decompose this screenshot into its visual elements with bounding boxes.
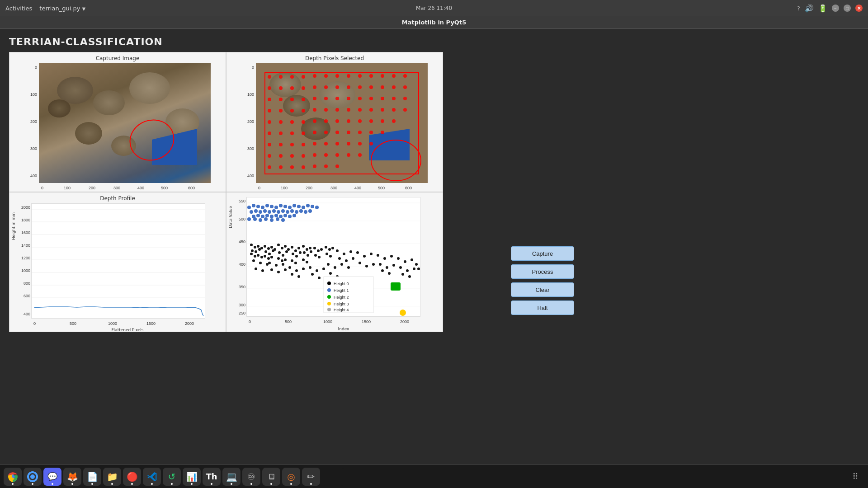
taskbar-discord-icon[interactable]: 💬: [43, 468, 61, 486]
taskbar-nautilus-icon[interactable]: 📁: [103, 468, 121, 486]
apps-icon[interactable]: ⠿: [846, 468, 864, 486]
svg-text:400: 400: [24, 312, 30, 316]
svg-point-333: [270, 218, 274, 222]
svg-point-265: [275, 264, 278, 267]
svg-point-69: [268, 120, 271, 124]
svg-point-228: [328, 248, 331, 251]
svg-point-313: [286, 210, 289, 214]
svg-point-240: [356, 251, 359, 254]
svg-point-248: [390, 255, 393, 258]
svg-point-296: [279, 204, 283, 207]
svg-point-187: [267, 247, 270, 250]
svg-point-281: [334, 266, 336, 269]
halt-button[interactable]: Halt: [511, 300, 574, 315]
svg-text:600: 600: [405, 186, 412, 190]
svg-text:100: 100: [281, 186, 288, 190]
taskbar-arduino-icon[interactable]: ♾️: [242, 468, 260, 486]
svg-point-86: [324, 131, 328, 134]
taskbar-firefox-icon[interactable]: 🦊: [63, 468, 81, 486]
taskbar-teams-icon[interactable]: 📊: [183, 468, 201, 486]
scatter-y-label: Data Value: [228, 206, 233, 228]
svg-point-293: [265, 204, 269, 207]
svg-text:Height 1: Height 1: [334, 288, 349, 293]
svg-text:400: 400: [30, 174, 37, 178]
svg-text:500: 500: [285, 319, 292, 324]
svg-point-59: [302, 109, 305, 113]
svg-point-73: [313, 119, 316, 123]
svg-point-246: [377, 254, 379, 257]
svg-point-285: [259, 262, 262, 264]
svg-point-194: [267, 257, 270, 260]
svg-point-82: [279, 131, 283, 135]
help-icon[interactable]: ?: [797, 5, 800, 12]
svg-point-117: [335, 164, 339, 168]
svg-point-308: [263, 209, 267, 213]
taskbar-app1-icon[interactable]: 🔴: [123, 468, 141, 486]
svg-point-239: [347, 266, 350, 269]
clear-button[interactable]: Clear: [511, 282, 574, 297]
svg-point-58: [290, 109, 294, 113]
svg-rect-336: [391, 282, 401, 291]
scatter-x-axis: 0 500 1000 1500 2000: [246, 317, 420, 327]
svg-point-41: [392, 85, 396, 89]
svg-point-190: [264, 250, 267, 253]
svg-point-298: [288, 206, 292, 209]
taskbar-typora-icon[interactable]: Th: [203, 468, 221, 486]
taskbar-jupyter-icon[interactable]: ◎: [282, 468, 300, 486]
taskbar-files-icon[interactable]: 📄: [83, 468, 101, 486]
titlebar: Activities terrian_gui.py ▼ Mar 26 11:40…: [0, 0, 868, 16]
taskbar-chromium-icon[interactable]: [24, 468, 42, 486]
svg-point-235: [338, 257, 341, 260]
svg-point-24: [347, 74, 350, 78]
capture-button[interactable]: Capture: [511, 246, 574, 261]
svg-point-26: [369, 74, 373, 78]
svg-text:300: 300: [247, 146, 254, 151]
close-button[interactable]: ✕: [855, 5, 863, 12]
depth-pixels-panel: Depth Pixels Selected 0 100 200 300 400: [226, 52, 443, 192]
svg-point-262: [415, 263, 418, 266]
svg-point-71: [290, 120, 294, 124]
minimize-button[interactable]: −: [832, 5, 839, 12]
svg-point-30: [268, 86, 271, 90]
svg-point-279: [318, 277, 321, 279]
maximize-button[interactable]: □: [844, 5, 851, 12]
svg-point-316: [299, 209, 303, 213]
svg-text:500: 500: [239, 217, 245, 221]
window-title: Matplotlib in PyQt5: [402, 19, 466, 26]
svg-point-301: [302, 206, 305, 209]
taskbar-vscode-icon[interactable]: [143, 468, 161, 486]
svg-point-84: [302, 131, 305, 135]
svg-point-107: [324, 153, 328, 157]
svg-point-215: [306, 248, 308, 251]
svg-text:1000: 1000: [108, 321, 117, 326]
svg-point-18: [279, 75, 283, 79]
taskbar-edit-icon[interactable]: ✏️: [302, 468, 320, 486]
svg-point-182: [250, 253, 253, 255]
svg-text:Height 4: Height 4: [334, 308, 349, 312]
battery-icon[interactable]: 🔋: [818, 4, 827, 13]
svg-point-282: [329, 272, 332, 275]
svg-point-55: [403, 97, 407, 100]
taskbar-black-icon[interactable]: [322, 468, 344, 486]
depth-profile-y-axis: 2000 1800 1600 1400 1200 1000 800 600 40…: [17, 203, 31, 319]
svg-text:100: 100: [247, 92, 254, 97]
svg-point-328: [292, 214, 296, 217]
process-button[interactable]: Process: [511, 264, 574, 279]
svg-point-81: [268, 131, 271, 135]
svg-point-323: [270, 215, 274, 218]
svg-point-115: [313, 164, 316, 168]
svg-point-226: [318, 256, 321, 258]
svg-point-70: [279, 120, 283, 124]
svg-text:1600: 1600: [21, 230, 30, 235]
activities-label[interactable]: Activities: [5, 5, 32, 12]
volume-icon[interactable]: 🔊: [805, 4, 814, 13]
svg-point-238: [340, 263, 343, 266]
taskbar-chrome-icon[interactable]: [4, 468, 22, 486]
svg-point-101: [369, 142, 373, 145]
svg-point-34: [313, 85, 316, 89]
svg-point-341: [327, 288, 331, 292]
taskbar-terminal-icon[interactable]: 💻: [222, 468, 241, 486]
taskbar-sync-icon[interactable]: ↺: [163, 468, 181, 486]
taskbar-pycharm-icon[interactable]: 🖥: [262, 468, 280, 486]
svg-point-108: [335, 153, 339, 157]
